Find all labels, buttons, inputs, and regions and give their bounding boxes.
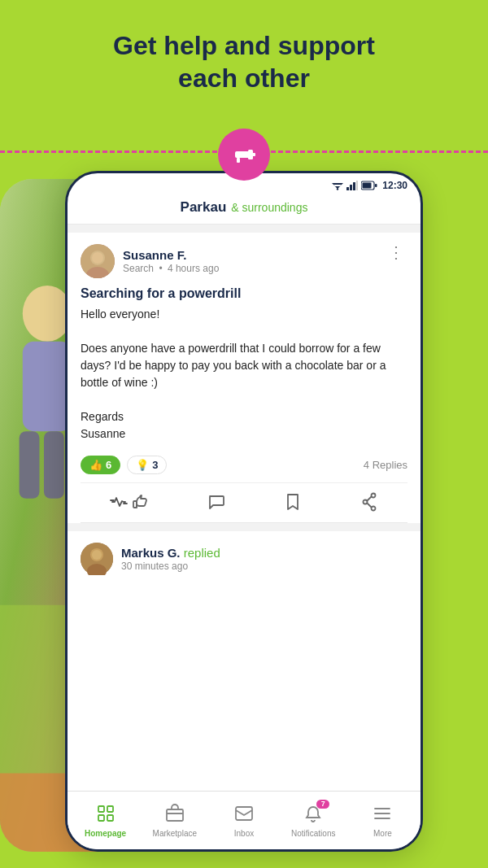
nav-item-homepage[interactable]: Homepage xyxy=(71,797,140,844)
svg-point-39 xyxy=(92,550,102,560)
notifications-label: Notifications xyxy=(291,829,335,838)
post-user-name: Susanne F. xyxy=(123,248,219,262)
inbox-label: Inbox xyxy=(234,829,254,838)
content-separator-mid xyxy=(68,523,420,531)
more-options-button[interactable]: ⋮ xyxy=(385,244,407,260)
svg-rect-46 xyxy=(236,807,252,820)
avatar xyxy=(81,244,115,278)
nav-item-marketplace[interactable]: Marketplace xyxy=(140,797,209,844)
action-bar xyxy=(81,482,407,523)
homepage-icon xyxy=(96,804,115,827)
reply-user-name: Markus G. replied xyxy=(121,546,220,560)
nav-item-notifications[interactable]: 7 Notifications xyxy=(279,797,348,844)
thumbs-icon: 👍 xyxy=(89,459,102,471)
thumbs-reaction[interactable]: 👍 6 xyxy=(81,456,120,474)
svg-rect-0 xyxy=(235,151,250,158)
comment-button[interactable] xyxy=(206,491,227,513)
svg-rect-2 xyxy=(237,158,240,163)
svg-rect-24 xyxy=(363,183,372,189)
nav-item-more[interactable]: More xyxy=(348,797,417,844)
reply-time: 30 minutes ago xyxy=(121,560,220,572)
reply-section: Markus G. replied 30 minutes ago xyxy=(68,531,420,587)
svg-rect-21 xyxy=(353,182,355,190)
nav-item-inbox[interactable]: Inbox xyxy=(209,797,278,844)
post-time: 4 hours ago xyxy=(168,263,219,274)
bulb-reaction[interactable]: 💡 3 xyxy=(127,456,167,474)
drill-badge xyxy=(218,129,270,181)
content-separator-top xyxy=(68,225,420,233)
post-card: Susanne F. Search • 4 hours ago ⋮ Search… xyxy=(68,233,420,523)
svg-point-29 xyxy=(92,252,103,264)
neighborhood-name: Parkau xyxy=(181,199,227,216)
svg-rect-22 xyxy=(356,181,358,190)
svg-point-18 xyxy=(337,188,338,190)
surroundings-label: & surroundings xyxy=(231,201,307,214)
more-icon xyxy=(373,804,392,827)
reaction-row: 👍 6 💡 3 4 Replies xyxy=(81,449,407,482)
svg-rect-42 xyxy=(107,806,113,812)
svg-rect-3 xyxy=(251,153,255,156)
marketplace-label: Marketplace xyxy=(153,829,197,838)
bulb-icon: 💡 xyxy=(136,459,149,471)
thumbs-count: 6 xyxy=(106,459,111,471)
notification-badge: 7 xyxy=(316,800,329,809)
more-label: More xyxy=(373,829,392,838)
post-type: Search xyxy=(123,263,154,274)
bookmark-button[interactable] xyxy=(282,491,303,513)
post-title: Searching for a powerdrill xyxy=(81,286,407,301)
like-button[interactable] xyxy=(108,491,150,513)
svg-rect-43 xyxy=(107,815,113,821)
time-display: 12:30 xyxy=(382,180,407,191)
svg-rect-8 xyxy=(44,431,64,499)
svg-rect-25 xyxy=(375,184,377,187)
svg-rect-41 xyxy=(98,815,104,821)
bulb-count: 3 xyxy=(152,459,158,471)
svg-line-35 xyxy=(367,504,371,508)
inbox-icon xyxy=(234,804,254,827)
svg-rect-30 xyxy=(133,501,137,508)
svg-rect-7 xyxy=(20,431,40,499)
post-meta: Search • 4 hours ago xyxy=(123,263,219,274)
svg-rect-20 xyxy=(350,185,352,190)
homepage-label: Homepage xyxy=(85,829,126,838)
headline-text: Get help and supporteach other xyxy=(113,31,375,93)
svg-rect-40 xyxy=(98,806,104,812)
notifications-icon: 7 xyxy=(303,804,323,827)
svg-rect-19 xyxy=(346,187,349,190)
bottom-nav: Homepage Marketplace Inbox xyxy=(68,791,420,849)
svg-rect-44 xyxy=(167,809,183,821)
reply-avatar xyxy=(81,543,113,575)
replies-count: 4 Replies xyxy=(364,459,407,471)
phone-frame: 12:30 Parkau & surroundings Susanne F xyxy=(65,171,423,852)
svg-line-34 xyxy=(367,497,371,501)
page-headline: Get help and supporteach other xyxy=(0,0,488,111)
app-header: Parkau & surroundings xyxy=(68,194,420,225)
marketplace-icon xyxy=(165,804,185,827)
post-body: Hello everyone! Does anyone have a power… xyxy=(81,306,407,443)
share-button[interactable] xyxy=(359,491,380,513)
